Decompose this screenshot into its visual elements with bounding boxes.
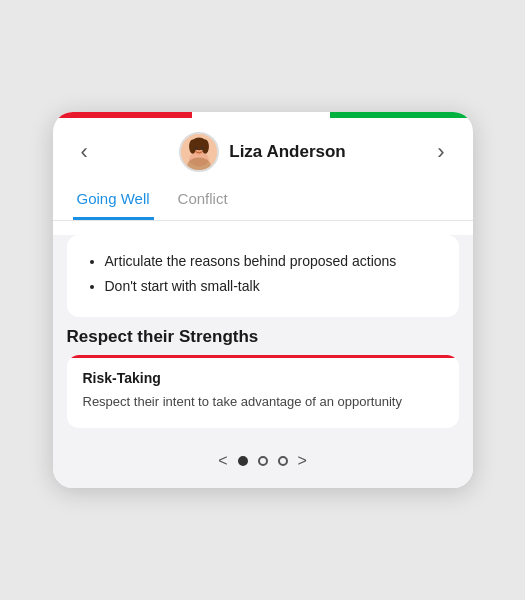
svg-point-6 <box>202 140 209 154</box>
user-info: Liza Anderson <box>179 132 346 172</box>
bullet-list: Articulate the reasons behind proposed a… <box>85 251 441 297</box>
strength-card-body: Risk-Taking Respect their intent to take… <box>67 358 459 428</box>
pagination-prev[interactable]: < <box>218 452 227 470</box>
tab-going-well[interactable]: Going Well <box>73 182 154 220</box>
pagination-dot-1[interactable] <box>238 456 248 466</box>
forward-arrow[interactable]: › <box>429 135 452 169</box>
avatar <box>179 132 219 172</box>
main-card: ‹ Liz <box>53 112 473 488</box>
pagination-dot-3[interactable] <box>278 456 288 466</box>
header: ‹ Liz <box>53 118 473 182</box>
strength-title: Risk-Taking <box>83 370 443 386</box>
bullet-card: Articulate the reasons behind proposed a… <box>67 235 459 317</box>
pagination-next[interactable]: > <box>298 452 307 470</box>
pagination-dot-2[interactable] <box>258 456 268 466</box>
tab-bar: Going Well Conflict <box>53 182 473 221</box>
pagination: < > <box>53 442 473 488</box>
content-area: Articulate the reasons behind proposed a… <box>53 235 473 488</box>
svg-point-5 <box>189 140 196 154</box>
list-item: Articulate the reasons behind proposed a… <box>105 251 441 272</box>
back-arrow[interactable]: ‹ <box>73 135 96 169</box>
section-heading: Respect their Strengths <box>67 327 459 347</box>
list-item: Don't start with small-talk <box>105 276 441 297</box>
tab-conflict[interactable]: Conflict <box>174 182 232 220</box>
svg-point-7 <box>195 148 197 150</box>
user-name: Liza Anderson <box>229 142 346 162</box>
strength-card: Risk-Taking Respect their intent to take… <box>67 355 459 428</box>
strength-description: Respect their intent to take advantage o… <box>83 392 443 412</box>
svg-point-8 <box>201 148 203 150</box>
